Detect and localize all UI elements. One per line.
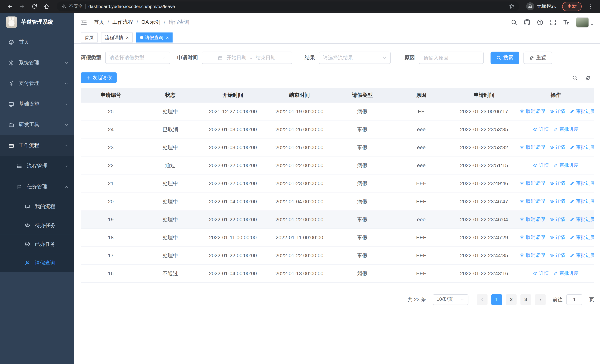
cell-reason: EEE [392, 229, 451, 246]
detail-action[interactable]: 详情 [549, 216, 565, 223]
sidebar-item-home[interactable]: 首页 [0, 32, 74, 52]
cell-end: 2022-01-04 00:00:00 [266, 193, 333, 211]
search-button[interactable]: 搜索 [490, 52, 519, 64]
cancel-action[interactable]: 取消请假 [520, 180, 545, 187]
font-size-icon[interactable] [563, 19, 569, 25]
detail-action[interactable]: 详情 [549, 180, 565, 187]
progress-action[interactable]: 审批进度 [553, 162, 579, 169]
detail-action[interactable]: 详情 [533, 126, 549, 133]
trash-icon [520, 217, 524, 222]
table-toolbar: 发起请假 [81, 72, 594, 83]
progress-action[interactable]: 审批进度 [570, 108, 594, 115]
tab-leave-query[interactable]: 请假查询× [136, 33, 172, 43]
leave-type-select[interactable]: 请选择请假类型 [105, 52, 170, 64]
column-header: 申请编号 [81, 88, 141, 103]
user-menu[interactable] [576, 17, 594, 28]
close-icon[interactable]: × [126, 35, 129, 40]
update-button[interactable]: 更新 [562, 2, 582, 11]
forward-button[interactable] [19, 3, 25, 9]
page-button-1[interactable]: 1 [491, 294, 502, 305]
apply-time-range-picker[interactable]: 开始日期 - 结束日期 [202, 52, 292, 64]
result-select[interactable]: 请选择流结果 [319, 52, 391, 64]
help-icon[interactable] [537, 19, 543, 25]
progress-action[interactable]: 审批进度 [570, 198, 594, 205]
cancel-action[interactable]: 取消请假 [520, 198, 545, 205]
detail-action[interactable]: 详情 [533, 162, 549, 169]
reset-button[interactable]: 重置 [524, 52, 552, 64]
goto-page-input[interactable] [566, 294, 582, 305]
sidebar-item-system[interactable]: 系统管理 [0, 52, 74, 73]
progress-action[interactable]: 审批进度 [553, 126, 579, 133]
page-button-3[interactable]: 3 [520, 294, 531, 305]
progress-action[interactable]: 审批进度 [570, 180, 594, 187]
sidebar-toggle-icon[interactable] [80, 19, 87, 26]
cell-type: 病假 [333, 103, 392, 121]
sidebar-item-todo-task[interactable]: 待办任务 [0, 216, 74, 235]
detail-action[interactable]: 详情 [549, 144, 565, 151]
breadcrumb-item[interactable]: 首页 [94, 19, 104, 26]
github-icon[interactable] [524, 19, 530, 25]
progress-action[interactable]: 审批进度 [570, 252, 594, 259]
sidebar-item-payment[interactable]: 支付管理 [0, 73, 74, 94]
sidebar-item-infrastructure[interactable]: 基础设施 [0, 94, 74, 114]
cell-id: 20 [81, 193, 141, 211]
detail-action[interactable]: 详情 [533, 270, 549, 277]
fullscreen-icon[interactable] [550, 19, 556, 25]
progress-action[interactable]: 审批进度 [570, 234, 594, 241]
trash-icon [520, 199, 524, 204]
header-search-icon[interactable] [511, 19, 517, 25]
edit-icon [570, 145, 574, 150]
cell-apply_time: 2022-01-22 23:45:29 [451, 229, 517, 246]
edit-icon [570, 109, 574, 114]
detail-action[interactable]: 详情 [549, 234, 565, 241]
tab-process-detail[interactable]: 流程详情× [101, 33, 133, 43]
screen: 不安全 dashboard.yudao.iocoder.cn/bpm/oa/le… [0, 0, 600, 364]
cancel-action[interactable]: 取消请假 [520, 144, 545, 151]
sidebar-item-dev-tools[interactable]: 研发工具 [0, 114, 74, 135]
url-bar[interactable]: 不安全 dashboard.yudao.iocoder.cn/bpm/oa/le… [57, 1, 519, 11]
reload-button[interactable] [31, 3, 38, 9]
sidebar-item-leave-query[interactable]: 请假查询 [0, 253, 74, 272]
detail-action[interactable]: 详情 [549, 108, 565, 115]
table-row: 18处理中2022-01-11 00:00:002022-01-11 00:00… [81, 229, 594, 246]
page-button-2[interactable]: 2 [506, 294, 517, 305]
page-size-select[interactable]: 10条/页 [433, 294, 469, 305]
cancel-action[interactable]: 取消请假 [520, 216, 545, 223]
detail-action[interactable]: 详情 [549, 198, 565, 205]
breadcrumb-item[interactable]: OA 示例 [141, 19, 160, 26]
sidebar-item-my-process[interactable]: 我的流程 [0, 197, 74, 216]
cancel-action[interactable]: 取消请假 [520, 108, 545, 115]
toggle-search-icon[interactable] [572, 75, 578, 81]
breadcrumb-item[interactable]: 工作流程 [112, 19, 133, 26]
eye-icon [549, 109, 554, 114]
progress-action[interactable]: 审批进度 [570, 216, 594, 223]
page-unit-label: 页 [589, 296, 594, 303]
next-page-button[interactable] [535, 294, 546, 305]
cell-type: 事假 [333, 211, 392, 229]
cancel-action[interactable]: 取消请假 [520, 234, 545, 241]
browser-home-button[interactable] [44, 3, 50, 9]
sidebar-item-done-task[interactable]: 已办任务 [0, 235, 74, 253]
chevron-down-icon [64, 102, 69, 106]
cell-type: 婚假 [333, 264, 392, 282]
bookmark-star-icon[interactable] [509, 3, 515, 9]
app-logo[interactable]: 芋道管理系统 [0, 13, 74, 32]
sidebar-item-process-mgmt[interactable]: 流程管理 [0, 156, 74, 177]
refresh-table-icon[interactable] [586, 75, 591, 81]
detail-action[interactable]: 详情 [549, 252, 565, 259]
sidebar-item-workflow[interactable]: 工作流程 [0, 135, 74, 156]
progress-action[interactable]: 审批进度 [570, 144, 594, 151]
sidebar-item-task-mgmt[interactable]: 任务管理 [0, 177, 74, 197]
cancel-action[interactable]: 取消请假 [520, 252, 545, 259]
create-leave-button[interactable]: 发起请假 [81, 72, 117, 83]
cell-start: 2022-01-22 00:00:00 [200, 246, 266, 264]
table-row: 23处理中2022-01-03 00:00:002022-01-26 00:00… [81, 139, 594, 157]
progress-action[interactable]: 审批进度 [553, 270, 579, 277]
prev-page-button[interactable] [477, 294, 488, 305]
back-button[interactable] [7, 3, 13, 9]
close-icon[interactable]: × [166, 35, 169, 40]
tab-home[interactable]: 首页 [81, 33, 98, 43]
browser-menu-icon[interactable] [588, 4, 593, 9]
reason-input[interactable] [419, 52, 484, 64]
url-text: dashboard.yudao.iocoder.cn/bpm/oa/leave [88, 4, 506, 9]
